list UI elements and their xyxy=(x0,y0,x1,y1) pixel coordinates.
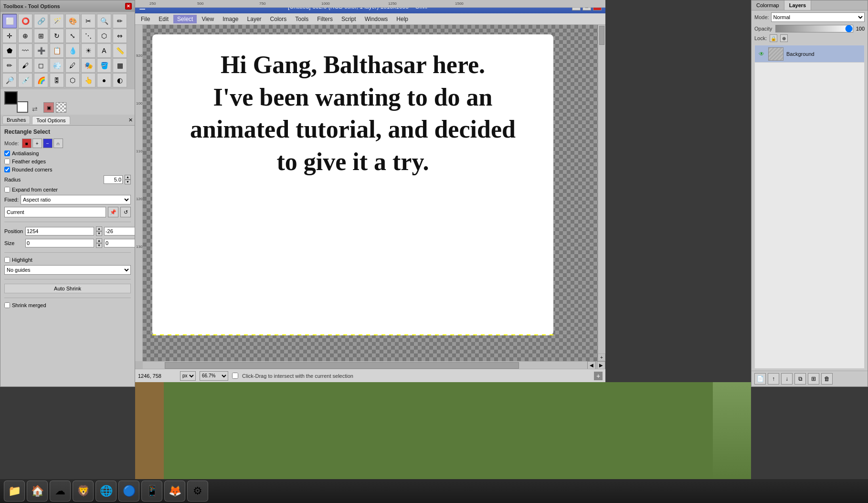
tool-fuzzy-select[interactable]: 🪄 xyxy=(50,14,64,28)
menu-tools[interactable]: Tools xyxy=(291,15,312,23)
taskbar-phone[interactable]: 📱 xyxy=(141,481,162,502)
scroll-right-btn[interactable]: ▶ xyxy=(597,361,605,370)
tool-mypainter[interactable]: 🎭 xyxy=(81,58,95,73)
tool-pencil[interactable]: ✏ xyxy=(2,58,17,73)
highlight-checkbox[interactable] xyxy=(4,257,10,263)
taskbar-firefox[interactable]: 🦊 xyxy=(164,481,185,502)
size-h-input[interactable] xyxy=(104,239,135,247)
tab-tool-options[interactable]: Tool Options xyxy=(32,116,70,124)
delete-layer-button[interactable]: 🗑 xyxy=(821,373,833,385)
antialiasing-checkbox[interactable] xyxy=(4,150,10,156)
lower-layer-button[interactable]: ↓ xyxy=(781,373,793,385)
menu-edit[interactable]: Edit xyxy=(155,15,172,23)
shrink-merged-checkbox[interactable] xyxy=(4,302,10,308)
pos-y-input[interactable] xyxy=(104,227,135,235)
guides-select[interactable]: No guides xyxy=(4,265,131,275)
tool-paintbrush[interactable]: 🖌 xyxy=(18,58,32,73)
pos-x-spinner[interactable]: ▲▼ xyxy=(96,226,102,236)
auto-shrink-button[interactable]: Auto Shrink xyxy=(4,284,131,293)
swap-colors-icon[interactable]: ⇄ xyxy=(32,105,38,113)
scroll-left-btn[interactable]: ◀ xyxy=(587,361,596,370)
zoom-checkbox[interactable] xyxy=(232,373,238,379)
menu-colors[interactable]: Colors xyxy=(266,15,291,23)
tool-free-select[interactable]: 🔗 xyxy=(34,14,48,28)
canvas[interactable]: Hi Gang, Balthasar here. I've been wanti… xyxy=(152,34,553,335)
menu-select[interactable]: Select xyxy=(173,15,197,23)
tool-brightness[interactable]: ⬡ xyxy=(65,73,80,87)
merge-layer-button[interactable]: ⊞ xyxy=(808,373,819,385)
toolbox-close-button[interactable]: ✕ xyxy=(125,3,132,10)
tool-cage[interactable]: ⬟ xyxy=(2,43,17,58)
tool-colorize[interactable]: 🌈 xyxy=(34,73,48,87)
tool-eraser[interactable]: ◻ xyxy=(34,58,48,73)
new-layer-button[interactable]: 📄 xyxy=(754,373,766,385)
taskbar-browser[interactable]: 🌐 xyxy=(95,481,116,502)
taskbar-cloud[interactable]: ☁ xyxy=(50,481,71,502)
layer-item[interactable]: 👁 Background xyxy=(755,45,864,63)
tool-ink[interactable]: 🖊 xyxy=(65,58,80,73)
current-input[interactable] xyxy=(4,207,106,217)
tool-gradient[interactable]: ▦ xyxy=(113,58,127,73)
menu-filters[interactable]: Filters xyxy=(313,15,337,23)
tool-align[interactable]: ⊕ xyxy=(18,29,32,43)
menu-view[interactable]: View xyxy=(198,15,218,23)
opacity-slider[interactable] xyxy=(775,25,853,32)
lock-position-btn[interactable]: ⊕ xyxy=(780,34,788,42)
menu-image[interactable]: Image xyxy=(219,15,242,23)
foreground-color-swatch[interactable] xyxy=(4,91,18,105)
tool-shear[interactable]: ⋱ xyxy=(81,29,95,43)
tool-zoom[interactable]: 🔎 xyxy=(2,73,17,87)
tool-perspective[interactable]: ⬡ xyxy=(97,29,111,43)
tool-hue[interactable]: 🎛 xyxy=(50,73,64,87)
layer-mode-select[interactable]: Normal Multiply Screen Overlay xyxy=(771,12,865,22)
tool-airbrush[interactable]: 💨 xyxy=(50,58,64,73)
taskbar-settings[interactable]: ⚙ xyxy=(187,481,208,502)
tool-paths[interactable]: ✏ xyxy=(113,14,127,28)
tool-move[interactable]: ✛ xyxy=(2,29,17,43)
mode-subtract-btn[interactable]: − xyxy=(43,139,53,148)
tool-warp[interactable]: 〰 xyxy=(18,43,32,58)
tool-fill[interactable]: 🪣 xyxy=(97,58,111,73)
vertical-scrollbar[interactable] xyxy=(598,25,605,353)
tool-dodge[interactable]: ☀ xyxy=(81,43,95,58)
rounded-checkbox[interactable] xyxy=(4,167,10,172)
size-w-spinner[interactable]: ▲▼ xyxy=(96,238,102,248)
current-refresh-btn[interactable]: ↺ xyxy=(120,207,131,217)
plus-corner-btn[interactable]: + xyxy=(594,372,603,380)
coord-unit-select[interactable]: px xyxy=(180,371,196,381)
tool-flip[interactable]: ⇔ xyxy=(113,29,127,43)
feather-checkbox[interactable] xyxy=(4,159,10,164)
tool-heal[interactable]: ➕ xyxy=(34,43,48,58)
tool-by-color[interactable]: 🎨 xyxy=(65,14,80,28)
v-scroll-thumb[interactable] xyxy=(599,26,604,45)
tool-clone[interactable]: 📋 xyxy=(50,43,64,58)
tool-scissors[interactable]: ✂ xyxy=(81,14,95,28)
menu-script[interactable]: Script xyxy=(338,15,360,23)
tool-rotate[interactable]: ↻ xyxy=(50,29,64,43)
mode-add-btn[interactable]: + xyxy=(32,139,42,148)
tool-burn[interactable]: ◐ xyxy=(113,73,127,87)
tool-scale[interactable]: ⤡ xyxy=(65,29,80,43)
zoom-select[interactable]: 66.7% 50% 100% 200% xyxy=(200,371,228,381)
radius-input[interactable] xyxy=(104,175,123,184)
fixed-select[interactable]: Aspect ratio Width Height Size xyxy=(21,195,131,204)
mode-intersect-btn[interactable]: ∩ xyxy=(53,139,63,148)
tab-brushes[interactable]: Brushes xyxy=(2,116,30,124)
raise-layer-button[interactable]: ↑ xyxy=(768,373,779,385)
tool-ellipse-select[interactable]: ⭕ xyxy=(18,14,32,28)
tool-fg-select[interactable]: 🔍 xyxy=(97,14,111,28)
menu-windows[interactable]: Windows xyxy=(361,15,392,23)
tool-text[interactable]: A xyxy=(97,43,111,58)
tool-smudge[interactable]: 👆 xyxy=(81,73,95,87)
taskbar-files[interactable]: 📁 xyxy=(4,481,25,502)
duplicate-layer-button[interactable]: ⧉ xyxy=(794,373,806,385)
tool-blur[interactable]: 💧 xyxy=(65,43,80,58)
menu-help[interactable]: Help xyxy=(392,15,412,23)
radius-down-arrow[interactable]: ▼ xyxy=(125,180,131,184)
tabs-close-icon[interactable]: ✕ xyxy=(128,117,133,123)
taskbar-app3[interactable]: 🦁 xyxy=(73,481,94,502)
tab-layers[interactable]: Layers xyxy=(784,0,811,10)
radius-spinner[interactable]: ▲ ▼ xyxy=(125,175,131,184)
h-scroll-thumb[interactable] xyxy=(165,362,519,369)
tool-measure[interactable]: 📏 xyxy=(113,43,127,58)
